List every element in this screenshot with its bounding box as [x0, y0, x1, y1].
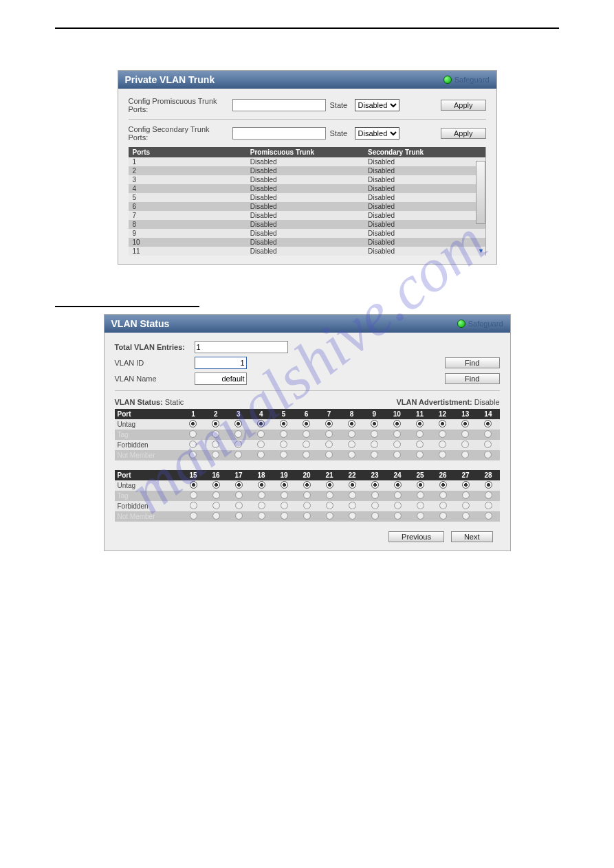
radio-off-icon[interactable]: [235, 491, 243, 499]
radio-on-icon[interactable]: [371, 481, 379, 489]
radio-off-icon[interactable]: [326, 491, 333, 499]
find-button-name[interactable]: Find: [445, 373, 499, 384]
radio-on-icon[interactable]: [281, 481, 288, 489]
radio-off-icon[interactable]: [349, 502, 356, 509]
radio-off-icon[interactable]: [303, 512, 311, 520]
radio-off-icon[interactable]: [439, 451, 446, 458]
radio-off-icon[interactable]: [189, 441, 197, 448]
radio-on-icon[interactable]: [325, 420, 333, 427]
radio-off-icon[interactable]: [484, 430, 492, 438]
radio-off-icon[interactable]: [212, 451, 219, 458]
radio-off-icon[interactable]: [485, 502, 492, 509]
radio-on-icon[interactable]: [303, 481, 311, 489]
vlanid-input[interactable]: [195, 357, 247, 369]
radio-off-icon[interactable]: [189, 451, 197, 458]
apply-button-2[interactable]: Apply: [441, 128, 486, 139]
radio-off-icon[interactable]: [190, 502, 197, 509]
radio-on-icon[interactable]: [189, 420, 197, 427]
radio-off-icon[interactable]: [303, 441, 310, 448]
radio-off-icon[interactable]: [257, 451, 265, 458]
radio-off-icon[interactable]: [190, 512, 197, 520]
radio-on-icon[interactable]: [280, 420, 287, 427]
radio-off-icon[interactable]: [439, 512, 447, 520]
radio-on-icon[interactable]: [462, 481, 470, 489]
radio-on-icon[interactable]: [235, 481, 243, 489]
state-select-2[interactable]: Disabled: [355, 127, 399, 140]
radio-off-icon[interactable]: [234, 441, 242, 448]
previous-button[interactable]: Previous: [388, 531, 444, 542]
radio-off-icon[interactable]: [371, 502, 379, 509]
radio-off-icon[interactable]: [349, 512, 356, 520]
radio-off-icon[interactable]: [281, 502, 288, 509]
radio-off-icon[interactable]: [461, 441, 469, 448]
total-entries-input[interactable]: [195, 341, 288, 353]
radio-off-icon[interactable]: [280, 430, 287, 438]
radio-off-icon[interactable]: [484, 451, 492, 458]
promiscuous-input[interactable]: [232, 99, 326, 111]
state-select-1[interactable]: Disabled: [355, 99, 399, 111]
vlanname-input[interactable]: [195, 372, 247, 385]
radio-on-icon[interactable]: [439, 420, 446, 427]
radio-off-icon[interactable]: [417, 502, 424, 509]
radio-off-icon[interactable]: [326, 512, 333, 520]
apply-button-1[interactable]: Apply: [441, 100, 486, 111]
radio-off-icon[interactable]: [484, 441, 492, 448]
radio-off-icon[interactable]: [461, 430, 469, 438]
radio-off-icon[interactable]: [349, 491, 356, 499]
radio-off-icon[interactable]: [393, 441, 401, 448]
radio-off-icon[interactable]: [416, 430, 424, 438]
radio-off-icon[interactable]: [281, 512, 288, 520]
radio-off-icon[interactable]: [234, 451, 242, 458]
radio-off-icon[interactable]: [417, 491, 424, 499]
radio-off-icon[interactable]: [348, 430, 355, 438]
secondary-input[interactable]: [232, 127, 326, 140]
radio-off-icon[interactable]: [416, 441, 424, 448]
radio-off-icon[interactable]: [212, 430, 219, 438]
radio-off-icon[interactable]: [462, 512, 470, 520]
radio-off-icon[interactable]: [371, 430, 378, 438]
radio-off-icon[interactable]: [257, 430, 265, 438]
radio-on-icon[interactable]: [394, 481, 402, 489]
radio-off-icon[interactable]: [461, 451, 469, 458]
radio-off-icon[interactable]: [348, 451, 355, 458]
radio-on-icon[interactable]: [416, 420, 424, 427]
radio-off-icon[interactable]: [303, 451, 310, 458]
radio-on-icon[interactable]: [461, 420, 469, 427]
radio-off-icon[interactable]: [234, 430, 242, 438]
radio-on-icon[interactable]: [212, 481, 220, 489]
radio-off-icon[interactable]: [462, 502, 470, 509]
radio-on-icon[interactable]: [326, 481, 333, 489]
radio-on-icon[interactable]: [212, 420, 219, 427]
radio-on-icon[interactable]: [439, 481, 447, 489]
radio-off-icon[interactable]: [485, 491, 492, 499]
next-button[interactable]: Next: [451, 531, 493, 542]
radio-off-icon[interactable]: [371, 441, 378, 448]
radio-off-icon[interactable]: [371, 512, 379, 520]
radio-off-icon[interactable]: [303, 491, 311, 499]
radio-on-icon[interactable]: [349, 481, 356, 489]
radio-off-icon[interactable]: [371, 491, 379, 499]
radio-off-icon[interactable]: [325, 441, 333, 448]
radio-off-icon[interactable]: [393, 451, 401, 458]
radio-on-icon[interactable]: [258, 481, 265, 489]
radio-off-icon[interactable]: [190, 491, 197, 499]
radio-off-icon[interactable]: [393, 430, 401, 438]
radio-off-icon[interactable]: [394, 491, 402, 499]
radio-off-icon[interactable]: [394, 512, 402, 520]
radio-on-icon[interactable]: [485, 481, 492, 489]
radio-off-icon[interactable]: [258, 491, 265, 499]
radio-off-icon[interactable]: [212, 491, 220, 499]
radio-off-icon[interactable]: [257, 441, 265, 448]
radio-on-icon[interactable]: [234, 420, 242, 427]
radio-off-icon[interactable]: [235, 512, 243, 520]
radio-off-icon[interactable]: [212, 441, 219, 448]
radio-off-icon[interactable]: [303, 502, 311, 509]
radio-off-icon[interactable]: [485, 512, 492, 520]
radio-on-icon[interactable]: [371, 420, 378, 427]
radio-off-icon[interactable]: [326, 502, 333, 509]
radio-off-icon[interactable]: [371, 451, 378, 458]
radio-off-icon[interactable]: [258, 502, 265, 509]
radio-off-icon[interactable]: [281, 491, 288, 499]
radio-off-icon[interactable]: [280, 451, 287, 458]
scrollbar[interactable]: [476, 161, 485, 224]
